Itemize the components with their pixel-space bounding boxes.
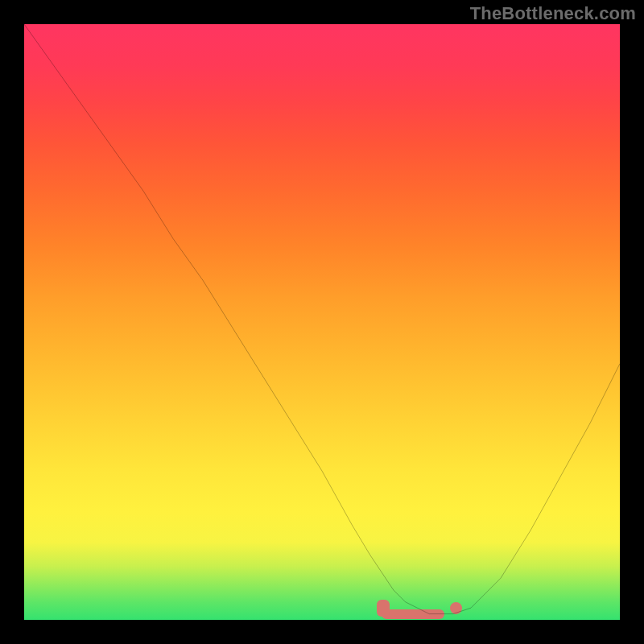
plot-area — [24, 24, 620, 620]
watermark-text: TheBottleneck.com — [470, 3, 636, 24]
bottleneck-curve — [24, 24, 620, 620]
chart-frame: TheBottleneck.com — [0, 0, 644, 644]
